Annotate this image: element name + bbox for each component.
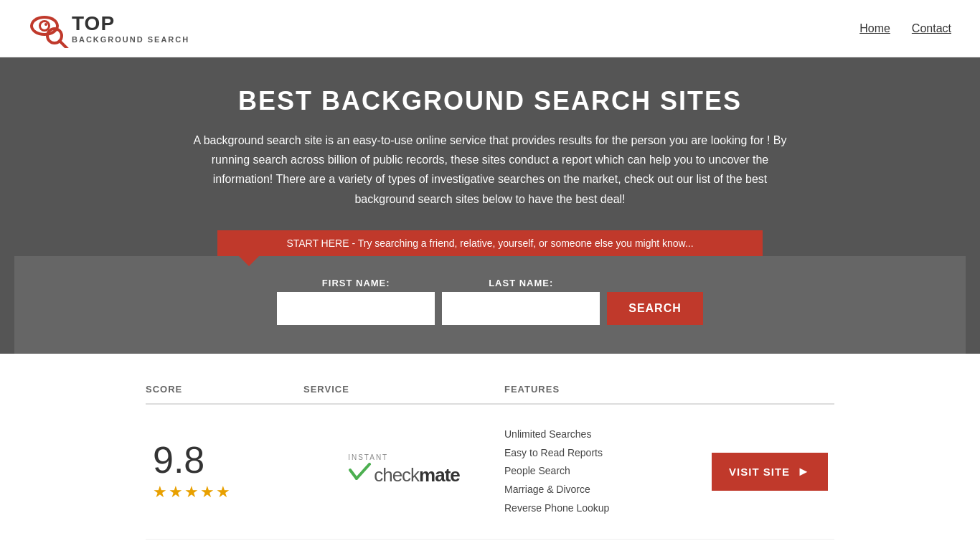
results-section: SCORE SERVICE FEATURES 9.8 ★ ★ ★ ★ ★ INS… — [131, 375, 849, 551]
svg-line-6 — [60, 41, 67, 48]
svg-line-8 — [357, 464, 369, 479]
search-form-area: FIRST NAME: LAST NAME: SEARCH — [14, 256, 966, 354]
feature-1-3: People Search — [504, 463, 705, 480]
feature-1-5: Reverse Phone Lookup — [504, 500, 705, 517]
checkmate-logo: INSTANT checkmate — [348, 455, 460, 489]
logo-text: TOP BACKGROUND SEARCH — [72, 13, 189, 44]
logo: TOP BACKGROUND SEARCH — [29, 9, 189, 48]
checkmark-icon — [348, 463, 374, 489]
star-1-1: ★ — [153, 483, 167, 501]
instant-label: INSTANT — [348, 453, 388, 461]
visit-site-button-1[interactable]: VISIT SITE ► — [712, 453, 828, 491]
table-row: 9.4 ★ ★ ★ ★ ★ PeopleLooker Accurate and … — [146, 540, 834, 551]
checkmate-text: checkmate — [374, 464, 460, 486]
svg-point-4 — [44, 23, 47, 26]
first-name-label: FIRST NAME: — [277, 278, 435, 288]
star-1-4: ★ — [200, 483, 215, 501]
feature-1-1: Unlimited Searches — [504, 426, 705, 443]
arrow-icon-1: ► — [797, 464, 811, 479]
nav: Home Contact — [859, 22, 951, 35]
last-name-label: LAST NAME: — [442, 278, 600, 288]
feature-1-4: Marriage & Divorce — [504, 481, 705, 499]
star-1-3: ★ — [184, 483, 199, 501]
feature-1-2: Easy to Read Reports — [504, 445, 705, 462]
logo-top: TOP — [72, 13, 189, 35]
logo-bottom: BACKGROUND SEARCH — [72, 35, 189, 44]
hero-section: BEST BACKGROUND SEARCH SITES A backgroun… — [0, 57, 980, 354]
search-banner: START HERE - Try searching a friend, rel… — [217, 230, 763, 256]
header-service: SERVICE — [303, 384, 504, 395]
first-name-group: FIRST NAME: — [277, 278, 435, 325]
header-action — [705, 384, 834, 395]
svg-point-3 — [41, 22, 48, 29]
header-score: SCORE — [146, 384, 303, 395]
nav-contact[interactable]: Contact — [912, 22, 951, 35]
star-1-5: ★ — [216, 483, 230, 501]
search-form: FIRST NAME: LAST NAME: SEARCH — [29, 278, 951, 325]
search-button[interactable]: SEARCH — [607, 292, 703, 325]
first-name-input[interactable] — [277, 292, 435, 325]
header: TOP BACKGROUND SEARCH Home Contact — [0, 0, 980, 57]
logo-icon — [29, 9, 72, 48]
score-cell-1: 9.8 ★ ★ ★ ★ ★ — [146, 441, 303, 501]
table-row: 9.8 ★ ★ ★ ★ ★ INSTANT check — [146, 405, 834, 540]
svg-line-7 — [350, 470, 357, 479]
header-features: FEATURES — [504, 384, 705, 395]
visit-label-1: VISIT SITE — [729, 466, 790, 478]
hero-description: A background search site is an easy-to-u… — [182, 131, 798, 209]
stars-1: ★ ★ ★ ★ ★ — [153, 483, 230, 501]
results-header: SCORE SERVICE FEATURES — [146, 375, 834, 405]
service-cell-1: INSTANT checkmate — [303, 455, 504, 489]
visit-cell-1: VISIT SITE ► — [705, 453, 834, 491]
last-name-group: LAST NAME: — [442, 278, 600, 325]
star-1-2: ★ — [169, 483, 183, 501]
score-number-1: 9.8 — [153, 441, 204, 479]
last-name-input[interactable] — [442, 292, 600, 325]
hero-title: BEST BACKGROUND SEARCH SITES — [14, 86, 966, 116]
features-cell-1: Unlimited Searches Easy to Read Reports … — [504, 426, 705, 517]
nav-home[interactable]: Home — [859, 22, 890, 35]
